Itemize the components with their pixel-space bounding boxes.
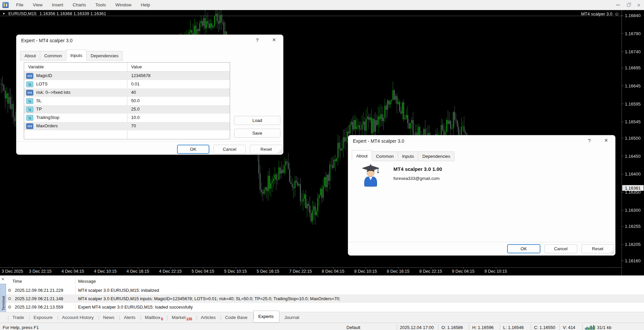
menu-item[interactable]: Charts	[68, 0, 91, 10]
terminal-tab[interactable]: Mailbox5	[141, 313, 167, 323]
menu-item[interactable]: Insert	[47, 0, 68, 10]
menu-item[interactable]: Window	[111, 0, 136, 10]
param-type-icon: 123	[26, 90, 33, 95]
terminal-tab[interactable]: Trade	[8, 313, 29, 323]
status-bar: For Help, press F1 Default 2025.12.04 17…	[0, 323, 644, 330]
status-volume: V: 414	[563, 325, 575, 330]
dialog-tab[interactable]: Dependencies	[418, 151, 454, 161]
close-button[interactable]: ✕	[634, 0, 644, 10]
param-type-icon: ½	[26, 98, 33, 104]
dialog-tab[interactable]: Inputs	[398, 151, 418, 161]
parameter-row[interactable]: ½ SL 50.0	[24, 97, 230, 105]
log-time: 2025.12.09 06:21:13.559	[15, 305, 63, 310]
param-value[interactable]: 40	[131, 90, 136, 95]
price-tick-label: 1.16790	[622, 31, 641, 36]
param-value[interactable]: 25.0	[131, 107, 140, 112]
resize-grip[interactable]	[610, 250, 614, 254]
terminal-tab[interactable]: Articles	[197, 313, 221, 323]
parameter-row[interactable]: ½ TP 25.0	[24, 105, 230, 114]
minimize-icon	[616, 5, 620, 5]
param-value[interactable]: 12345678	[131, 73, 151, 78]
menu-item[interactable]: View	[28, 0, 47, 10]
log-row[interactable]: 2025.12.09 06:21:21.229 MT4 scalper 3.0 …	[6, 286, 644, 294]
chart-symbol: EURUSD,M15	[8, 11, 37, 16]
parameter-row[interactable]: ½ LOTS 0.01	[24, 80, 230, 88]
parameter-row[interactable]: 123 MaxOrders 70	[24, 122, 230, 130]
terminal-tab[interactable]: News	[99, 313, 119, 323]
cancel-button[interactable]: Cancel	[213, 145, 246, 154]
help-icon[interactable]: ?	[585, 138, 594, 143]
price-tick-label: 1.16595	[622, 101, 641, 106]
terminal-tab[interactable]: Code Base	[221, 313, 253, 323]
price-tick-label: 1.16255	[622, 224, 641, 229]
price-tick-label: 1.16740	[622, 49, 641, 54]
terminal-tab-label: Journal	[284, 315, 299, 320]
column-time: Time	[12, 279, 22, 284]
help-icon[interactable]: ?	[253, 37, 262, 43]
ok-button[interactable]: OK	[177, 145, 209, 154]
minimize-button[interactable]	[613, 0, 623, 10]
price-tick-label: 1.16205	[622, 242, 641, 247]
parameter-row[interactable]: 123 MagicID 12345678	[24, 72, 230, 80]
price-tick-label: 1.16645	[622, 83, 641, 88]
terminal-tab[interactable]: Experts	[253, 311, 279, 323]
dialog-tab[interactable]: Common	[372, 151, 398, 161]
load-button[interactable]: Load	[234, 116, 280, 125]
restore-button[interactable]	[623, 0, 634, 10]
menu-item[interactable]: Tools	[91, 0, 111, 10]
reset-button[interactable]: Reset	[250, 145, 282, 154]
dialog-tab[interactable]: About	[352, 150, 372, 161]
time-tick-label: 8 Dec 22:15	[419, 269, 442, 274]
terminal-tab-label: Code Base	[225, 315, 248, 320]
param-value[interactable]: 70	[131, 123, 136, 128]
terminal-close-icon[interactable]: ✕	[1, 277, 4, 281]
terminal-tab-label: Experts	[258, 314, 274, 319]
terminal-tab[interactable]: Journal	[280, 313, 304, 323]
menu-item[interactable]: File	[11, 0, 28, 10]
dialog-tab[interactable]: Common	[40, 51, 66, 61]
chevron-down-icon[interactable]: ▼	[2, 12, 5, 15]
close-icon[interactable]: ✕	[270, 37, 278, 43]
price-scale[interactable]: 1.168401.167901.167401.166951.166451.165…	[622, 10, 644, 275]
log-row[interactable]: 2025.12.09 06:21:13.559 Expert MT4 scalp…	[6, 303, 644, 311]
status-profile[interactable]: Default	[346, 325, 360, 330]
status-traffic: 31/1 kb	[597, 325, 611, 330]
param-value[interactable]: 50.0	[131, 98, 140, 103]
dialog-tab[interactable]: Inputs	[66, 50, 87, 61]
ea-smiley-icon[interactable]: ☺	[614, 11, 619, 16]
ok-button[interactable]: OK	[507, 244, 540, 253]
reset-button[interactable]: Reset	[581, 244, 614, 253]
dialog-title: Expert - MT4 scalper 3.0	[353, 138, 404, 144]
parameter-row[interactable]: ½ TrailingStop 10.0	[24, 114, 230, 122]
parameter-row[interactable]: 123 risk: 0-->fixed lots 40	[24, 88, 230, 97]
param-value[interactable]: 10.0	[131, 115, 140, 120]
log-row[interactable]: 2025.12.09 06:21:21.148 MT4 scalper 3.0 …	[6, 294, 644, 303]
dialog-tabs: AboutCommonInputsDependencies	[20, 50, 123, 61]
resize-grip[interactable]	[278, 149, 282, 153]
log-time: 2025.12.09 06:21:21.229	[15, 288, 63, 293]
status-open: O: 1.16586	[441, 325, 463, 330]
menu: FileViewInsertChartsToolsWindowHelp	[11, 0, 155, 10]
status-divider	[397, 324, 397, 330]
dialog-tab[interactable]: Dependencies	[86, 51, 123, 61]
chart-symbol-header: ▼ EURUSD,M15 1.16356 1.16368 1.16339 1.1…	[2, 11, 106, 16]
restore-icon	[627, 4, 630, 7]
close-icon[interactable]: ✕	[602, 138, 610, 143]
terminal-tabs: Trade Exposure Account History News Aler…	[0, 312, 644, 323]
column-message: Message	[78, 279, 96, 284]
terminal-tab[interactable]: Alerts	[119, 313, 141, 323]
parameter-rows: 123 MagicID 12345678 ½ LOTS 0.01 123 ris…	[24, 72, 230, 130]
time-tick-label: 4 Dec 22:15	[159, 269, 181, 274]
dialog-title: Expert - MT4 scalper 3.0	[21, 38, 72, 43]
terminal-tab-label: Market	[172, 315, 185, 320]
save-button[interactable]: Save	[234, 129, 280, 138]
terminal-tab[interactable]: Account History	[58, 313, 99, 323]
dialog-tab[interactable]: About	[20, 51, 40, 61]
menu-item[interactable]: Help	[136, 0, 155, 10]
terminal-tab[interactable]: Market135	[167, 313, 197, 323]
time-tick-label: 3 Dec 22:15	[29, 269, 51, 274]
cancel-button[interactable]: Cancel	[544, 244, 577, 253]
time-axis[interactable]: 3 Dec 20253 Dec 22:154 Dec 04:154 Dec 10…	[0, 267, 622, 275]
terminal-tab[interactable]: Exposure	[29, 313, 58, 323]
param-value[interactable]: 0.01	[131, 81, 140, 86]
